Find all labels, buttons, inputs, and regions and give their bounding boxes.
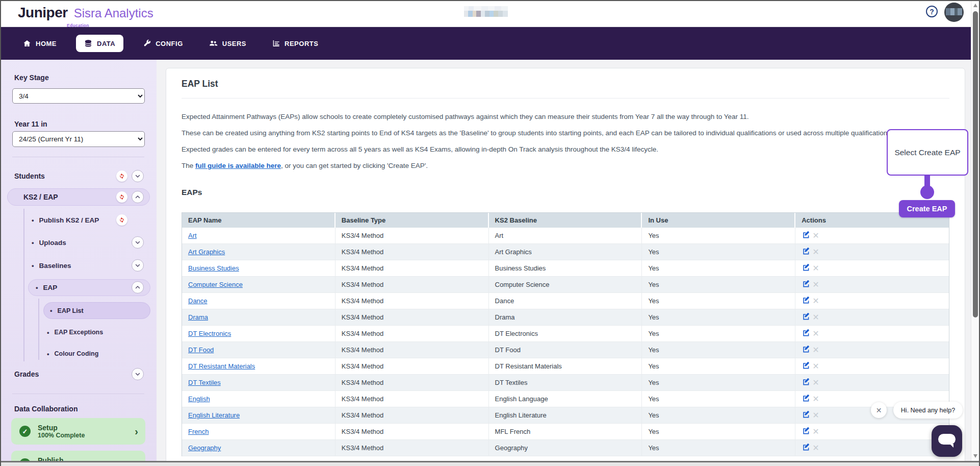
ks2-eap-refresh-icon[interactable] — [116, 191, 127, 203]
edit-icon[interactable] — [802, 247, 810, 257]
edit-icon[interactable] — [802, 443, 810, 453]
edit-icon[interactable] — [802, 378, 810, 387]
edit-icon[interactable] — [802, 410, 810, 420]
eap-name-link[interactable]: Geography — [188, 444, 221, 452]
eap-name-link[interactable]: Dance — [188, 297, 208, 305]
chat-close-icon[interactable]: ✕ — [871, 402, 887, 418]
delete-icon[interactable]: ✕ — [812, 280, 819, 289]
eap-name-link[interactable]: English Literature — [188, 411, 240, 419]
table-row: DT ElectronicsKS3/4 MethodDT Electronics… — [182, 326, 949, 342]
full-guide-link[interactable]: full guide is available here — [195, 162, 281, 169]
sidebar-item-publish-ks2-eap[interactable]: • Publish KS2 / EAP — [32, 212, 99, 228]
top-header: Juniper Education Sisra Analytics ? — [0, 0, 980, 27]
nav-data[interactable]: DATA — [76, 35, 123, 52]
in-use-cell: Yes — [642, 228, 795, 244]
edit-icon[interactable] — [802, 280, 810, 289]
sidebar-item-eap-exceptions[interactable]: • EAP Exceptions — [47, 325, 103, 340]
ks2-eap-chevron-up-icon[interactable] — [132, 191, 144, 203]
setup-card[interactable]: ✓ Setup 100% Complete › — [11, 418, 145, 445]
year-11-select[interactable]: 24/25 (Current Yr 11) — [12, 131, 145, 147]
avatar[interactable] — [944, 3, 964, 22]
chat-button[interactable] — [932, 425, 962, 457]
eap-name-link[interactable]: English — [188, 395, 210, 403]
eap-name-link[interactable]: Computer Science — [188, 281, 243, 288]
eap-name-link[interactable]: French — [188, 428, 209, 435]
baseline-type-cell: KS3/4 Method — [336, 407, 489, 424]
actions-cell: ✕ — [795, 293, 949, 309]
eap-label: EAP — [43, 284, 58, 291]
edit-icon[interactable] — [802, 329, 810, 338]
in-use-cell: Yes — [642, 260, 795, 277]
column-header: KS2 Baseline — [489, 213, 642, 228]
create-eap-button[interactable]: Create EAP — [899, 200, 955, 217]
edit-icon[interactable] — [802, 296, 810, 306]
delete-icon[interactable]: ✕ — [812, 427, 819, 436]
eap-name-link[interactable]: Art — [188, 232, 197, 239]
grades-chevron-down-icon[interactable] — [132, 368, 144, 380]
delete-icon[interactable]: ✕ — [812, 263, 819, 273]
data-collaboration-label: Data Collaboration — [14, 405, 78, 413]
table-row: EnglishKS3/4 MethodEnglish LanguageYes✕ — [182, 391, 949, 407]
intro-paragraph-3: Expected grades can be entered for every… — [182, 144, 949, 155]
sidebar-item-baselines[interactable]: • Baselines — [32, 258, 71, 273]
scrollbar-thumb[interactable] — [973, 11, 978, 317]
ks2-baseline-cell: MFL French — [489, 424, 642, 440]
delete-icon[interactable]: ✕ — [812, 247, 819, 257]
delete-icon[interactable]: ✕ — [812, 378, 819, 387]
in-use-cell: Yes — [642, 358, 795, 375]
eap-name-link[interactable]: DT Textiles — [188, 379, 221, 386]
chat-bubble-icon — [938, 434, 956, 445]
scrollbar-up-arrow[interactable] — [973, 4, 977, 7]
edit-icon[interactable] — [802, 263, 810, 273]
nav-users[interactable]: USERS — [202, 35, 252, 52]
delete-icon[interactable]: ✕ — [812, 296, 819, 306]
sidebar-item-ks2-eap[interactable]: KS2 / EAP — [7, 188, 150, 206]
delete-icon[interactable]: ✕ — [812, 410, 819, 420]
edit-icon[interactable] — [802, 361, 810, 371]
eap-name-link[interactable]: Art Graphics — [188, 248, 225, 256]
edit-icon[interactable] — [802, 231, 810, 240]
students-chevron-down-icon[interactable] — [132, 170, 144, 182]
eap-name-cell: English Literature — [182, 407, 336, 424]
sidebar-item-colour-coding[interactable]: • Colour Coding — [47, 346, 98, 361]
nav-home[interactable]: HOME — [17, 35, 63, 52]
students-refresh-icon[interactable] — [116, 170, 127, 182]
eap-chevron-up-icon[interactable] — [132, 281, 144, 293]
baselines-chevron-down-icon[interactable] — [132, 259, 144, 272]
delete-icon[interactable]: ✕ — [812, 231, 819, 240]
actions-cell: ✕ — [795, 309, 949, 326]
publish-card[interactable]: ✓ Publish 100% Complete › — [11, 451, 145, 461]
eap-name-link[interactable]: DT Resistant Materials — [188, 362, 255, 370]
publish-ks2-eap-refresh-icon[interactable] — [116, 214, 127, 226]
actions-cell: ✕ — [795, 342, 949, 358]
delete-icon[interactable]: ✕ — [812, 361, 819, 371]
in-use-cell: Yes — [642, 277, 795, 293]
sidebar-item-eap-list[interactable]: • EAP List — [43, 302, 150, 319]
eap-name-link[interactable]: DT Electronics — [188, 330, 231, 337]
juniper-logo: Juniper Education Sisra Analytics — [18, 5, 153, 21]
eap-table: EAP NameBaseline TypeKS2 BaselineIn UseA… — [182, 212, 949, 456]
ks2-baseline-cell: English Literature — [489, 407, 642, 424]
scrollbar-down-arrow[interactable] — [973, 454, 977, 458]
edit-icon[interactable] — [802, 427, 810, 436]
ks2-baseline-cell: Business Studies — [489, 260, 642, 277]
delete-icon[interactable]: ✕ — [812, 394, 819, 404]
eap-name-cell: Computer Science — [182, 277, 336, 293]
eap-name-link[interactable]: DT Food — [188, 346, 214, 354]
key-stage-select[interactable]: 3/4 — [12, 88, 145, 104]
uploads-chevron-down-icon[interactable] — [132, 236, 144, 249]
nav-reports[interactable]: REPORTS — [266, 35, 324, 52]
edit-icon[interactable] — [802, 312, 810, 322]
sidebar-item-uploads[interactable]: • Uploads — [32, 235, 66, 250]
delete-icon[interactable]: ✕ — [812, 443, 819, 453]
nav-config[interactable]: CONFIG — [137, 35, 189, 52]
delete-icon[interactable]: ✕ — [812, 329, 819, 338]
help-icon[interactable]: ? — [926, 6, 938, 17]
main-nav: HOME DATA CONFIG USERS REPORTS — [0, 27, 980, 60]
eap-name-link[interactable]: Drama — [188, 313, 208, 321]
edit-icon[interactable] — [802, 394, 810, 404]
delete-icon[interactable]: ✕ — [812, 312, 819, 322]
eap-name-link[interactable]: Business Studies — [188, 264, 239, 272]
delete-icon[interactable]: ✕ — [812, 345, 819, 355]
edit-icon[interactable] — [802, 345, 810, 355]
